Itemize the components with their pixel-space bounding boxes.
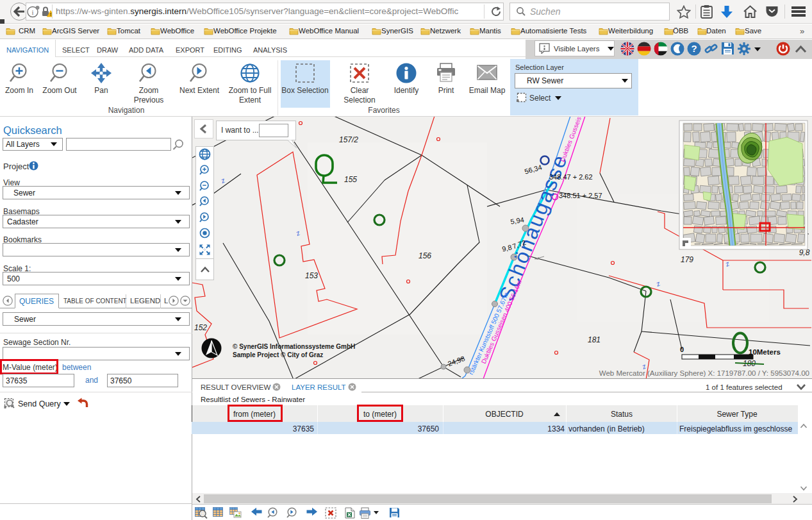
svg-text:152: 152 bbox=[194, 323, 207, 332]
svg-text:i: i bbox=[31, 8, 33, 16]
svg-text:181: 181 bbox=[588, 335, 601, 344]
svg-text:10Meters: 10Meters bbox=[749, 348, 781, 356]
svg-text:Sample Project © City of Graz: Sample Project © City of Graz bbox=[233, 351, 323, 358]
svg-text:0: 0 bbox=[680, 346, 684, 353]
svg-text:© SynerGIS Informationssysteme: © SynerGIS Informationssysteme GmbH bbox=[233, 343, 355, 350]
svg-text:157/2: 157/2 bbox=[339, 135, 358, 144]
svg-text:153: 153 bbox=[305, 271, 318, 280]
svg-text:348.47 + 2.62: 348.47 + 2.62 bbox=[549, 173, 593, 181]
svg-text:Web Mercator (Auxiliary Sphere: Web Mercator (Auxiliary Sphere) X: 17197… bbox=[599, 369, 809, 377]
svg-text:348.51 + 2.57: 348.51 + 2.57 bbox=[559, 192, 602, 199]
svg-text:155: 155 bbox=[344, 175, 357, 184]
svg-text:!: ! bbox=[50, 12, 52, 17]
svg-text:179: 179 bbox=[681, 255, 693, 264]
svg-text:156: 156 bbox=[418, 251, 431, 260]
svg-text:?: ? bbox=[691, 43, 697, 54]
